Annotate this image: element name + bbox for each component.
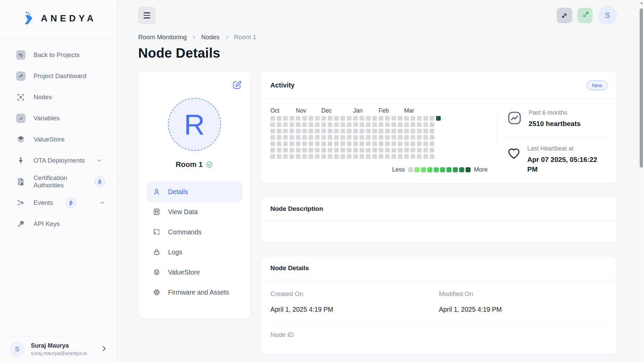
heatmap-cell <box>328 122 332 127</box>
sidebar-user-card[interactable]: S Suraj Maurya suraj.maurya@anedya.io <box>0 336 117 362</box>
user-icon <box>153 188 161 196</box>
heatmap-cell <box>283 154 288 159</box>
heatmap-cell <box>404 122 409 127</box>
node-name: Room 1 <box>176 160 203 169</box>
node-details-card: Node Details Created On April 1, 2025 4:… <box>261 256 617 354</box>
heatmap-cell <box>309 122 313 127</box>
heatmap-cell <box>366 141 371 146</box>
legend-swatch <box>459 167 464 172</box>
heatmap-cell <box>404 154 409 159</box>
lock-logs-icon <box>153 248 161 256</box>
sidebar-item-back-to-projects[interactable]: Back to Projects <box>9 44 108 65</box>
node-menu-logs[interactable]: Logs <box>147 242 242 262</box>
heatmap-cell <box>417 129 422 133</box>
breadcrumb-nodes[interactable]: Nodes <box>201 34 220 41</box>
new-badge: New <box>587 80 607 90</box>
heatmap-cell <box>283 148 288 153</box>
scroll-up-arrow[interactable]: ▲ <box>639 0 644 5</box>
heatmap-cell <box>391 141 396 146</box>
node-menu: Details View Data <box>147 182 242 302</box>
trending-up-icon <box>16 71 25 81</box>
profile-avatar-button[interactable]: S <box>598 6 617 25</box>
month-label: Feb <box>379 107 389 114</box>
heatmap-cell <box>328 148 332 153</box>
heatmap-cell <box>353 122 358 127</box>
expand-button[interactable] <box>557 8 572 23</box>
sidebar-item-label: Certification Authorities <box>34 174 87 189</box>
breadcrumb-room-monitoring[interactable]: Room Monitoring <box>138 34 187 41</box>
heatmap-cell <box>360 116 364 121</box>
heatmap-cell <box>436 116 441 121</box>
sidebar-item-ota-deployments[interactable]: OTA Deployments <box>9 150 108 171</box>
heatmap-cell <box>302 135 307 140</box>
heatmap-cell <box>379 122 383 127</box>
user-avatar: S <box>9 342 25 357</box>
chevron-down-icon[interactable] <box>94 156 105 166</box>
chevron-down-icon[interactable] <box>100 200 105 205</box>
page-scrollbar: ▲ <box>638 0 644 362</box>
heatmap-cell <box>302 141 307 146</box>
activity-heatmap-grid <box>270 116 488 159</box>
legend-swatch <box>466 167 471 172</box>
node-menu-details[interactable]: Details <box>147 182 242 202</box>
heatmap-cell <box>315 135 320 140</box>
node-details-title: Node Details <box>270 264 309 272</box>
legend-swatch <box>434 167 439 172</box>
heatmap-cell <box>340 148 345 153</box>
commands-icon <box>153 228 161 236</box>
heatmap-cell <box>328 135 332 140</box>
legend-swatch <box>453 167 458 172</box>
heatmap-cell <box>296 122 301 127</box>
sidebar-item-variables[interactable]: Variables <box>9 108 108 129</box>
stat-label: Past 6 months <box>529 109 581 116</box>
heatmap-cell <box>411 148 415 153</box>
heatmap-cell <box>423 116 428 121</box>
node-menu-commands[interactable]: Commands <box>147 222 242 242</box>
sidebar-item-events[interactable]: Events β <box>9 192 108 213</box>
node-menu-label: Commands <box>168 228 202 236</box>
sidebar-item-nodes[interactable]: Nodes <box>9 86 108 108</box>
node-menu-label: Logs <box>168 248 182 256</box>
heatmap-cell <box>315 141 320 146</box>
heatmap-cell <box>347 141 352 146</box>
heatmap-cell <box>289 141 294 146</box>
heatmap-cell <box>321 116 326 121</box>
sidebar-item-label: Back to Projects <box>34 51 79 59</box>
node-menu-valuestore[interactable]: ValueStore <box>147 262 242 282</box>
heatmap-cell <box>296 141 301 146</box>
scrollbar-thumb[interactable] <box>640 8 643 168</box>
heatmap-cell <box>360 148 364 153</box>
heatmap-months: OctNovDecJanFebMar <box>270 107 488 116</box>
sidebar-item-valuestore[interactable]: ValueStore <box>9 129 108 150</box>
sidebar-item-project-dashboard[interactable]: Project Dashboard <box>9 65 108 86</box>
layers-icon <box>153 268 161 276</box>
heatmap-cell <box>321 141 326 146</box>
heatmap-cell <box>411 154 415 159</box>
heatmap-cell <box>353 135 358 140</box>
heatmap-cell <box>340 141 345 146</box>
heatmap-cell <box>270 116 275 121</box>
brand-logo: ANEDYA <box>0 0 117 39</box>
heatmap-cell <box>321 135 326 140</box>
node-menu-view-data[interactable]: View Data <box>147 202 242 222</box>
node-menu-label: ValueStore <box>168 268 200 276</box>
node-menu-firmware[interactable]: Firmware and Assets <box>147 282 242 302</box>
heatmap-cell <box>302 129 307 133</box>
heatmap-cell <box>423 129 428 133</box>
changelog-button[interactable] <box>577 8 593 23</box>
heatmap-cell <box>398 135 402 140</box>
heatmap-cell <box>289 154 294 159</box>
node-menu-label: View Data <box>168 208 198 216</box>
heatmap-cell <box>296 129 301 133</box>
verified-check-icon <box>206 161 213 168</box>
heatmap-cell <box>302 116 307 121</box>
heatmap-cell <box>334 141 339 146</box>
edit-node-button[interactable] <box>231 80 242 92</box>
heatmap-cell <box>430 148 434 153</box>
heatmap-cell <box>372 122 377 127</box>
heatmap-cell <box>340 135 345 140</box>
heatmap-cell <box>404 135 409 140</box>
sidebar-item-certification-authorities[interactable]: Certification Authorities β <box>9 171 108 192</box>
menu-toggle-button[interactable] <box>138 7 156 24</box>
sidebar-item-api-keys[interactable]: API Keys <box>9 213 108 234</box>
